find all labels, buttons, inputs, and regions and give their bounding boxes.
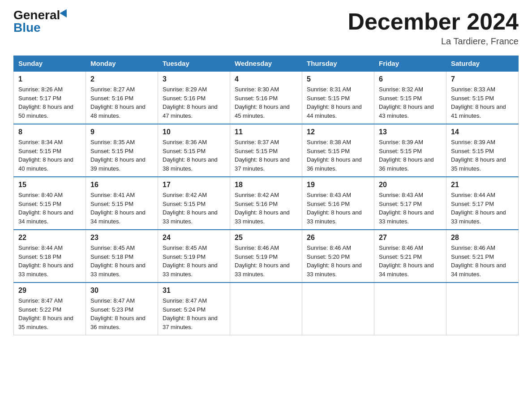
day-number: 11 bbox=[235, 128, 297, 136]
day-info: Sunrise: 8:47 AMSunset: 5:23 PMDaylight:… bbox=[90, 296, 153, 331]
day-info: Sunrise: 8:42 AMSunset: 5:15 PMDaylight:… bbox=[163, 191, 225, 226]
day-info: Sunrise: 8:31 AMSunset: 5:15 PMDaylight:… bbox=[307, 85, 369, 120]
calendar-cell: 1 Sunrise: 8:26 AMSunset: 5:17 PMDayligh… bbox=[14, 71, 86, 124]
day-number: 3 bbox=[163, 75, 225, 83]
day-number: 18 bbox=[235, 181, 297, 189]
calendar-cell: 8 Sunrise: 8:34 AMSunset: 5:15 PMDayligh… bbox=[14, 124, 86, 177]
calendar-week-row: 29 Sunrise: 8:47 AMSunset: 5:22 PMDaylig… bbox=[14, 283, 519, 335]
day-number: 5 bbox=[307, 75, 369, 83]
calendar-cell: 15 Sunrise: 8:40 AMSunset: 5:15 PMDaylig… bbox=[14, 177, 86, 230]
calendar-cell: 12 Sunrise: 8:38 AMSunset: 5:15 PMDaylig… bbox=[302, 124, 374, 177]
day-number: 4 bbox=[235, 75, 297, 83]
calendar-cell: 21 Sunrise: 8:44 AMSunset: 5:17 PMDaylig… bbox=[446, 177, 519, 230]
day-info: Sunrise: 8:36 AMSunset: 5:15 PMDaylight:… bbox=[163, 138, 225, 173]
day-info: Sunrise: 8:39 AMSunset: 5:15 PMDaylight:… bbox=[379, 138, 442, 173]
day-info: Sunrise: 8:46 AMSunset: 5:20 PMDaylight:… bbox=[307, 244, 369, 278]
day-number: 9 bbox=[90, 128, 153, 136]
calendar-cell: 7 Sunrise: 8:33 AMSunset: 5:15 PMDayligh… bbox=[446, 71, 519, 124]
day-number: 16 bbox=[90, 181, 153, 189]
day-info: Sunrise: 8:45 AMSunset: 5:18 PMDaylight:… bbox=[90, 244, 153, 278]
calendar-cell: 18 Sunrise: 8:42 AMSunset: 5:16 PMDaylig… bbox=[230, 177, 302, 230]
calendar-cell: 14 Sunrise: 8:39 AMSunset: 5:15 PMDaylig… bbox=[446, 124, 519, 177]
day-info: Sunrise: 8:45 AMSunset: 5:19 PMDaylight:… bbox=[163, 244, 225, 278]
day-number: 15 bbox=[18, 181, 81, 189]
day-number: 8 bbox=[18, 128, 81, 136]
calendar-cell: 4 Sunrise: 8:30 AMSunset: 5:16 PMDayligh… bbox=[230, 71, 302, 124]
day-info: Sunrise: 8:41 AMSunset: 5:15 PMDaylight:… bbox=[90, 191, 153, 226]
day-number: 31 bbox=[163, 287, 225, 295]
calendar-cell: 20 Sunrise: 8:43 AMSunset: 5:17 PMDaylig… bbox=[374, 177, 446, 230]
day-number: 26 bbox=[307, 234, 369, 242]
day-info: Sunrise: 8:27 AMSunset: 5:16 PMDaylight:… bbox=[90, 85, 153, 120]
day-number: 24 bbox=[163, 234, 225, 242]
calendar-cell bbox=[230, 283, 302, 335]
day-info: Sunrise: 8:46 AMSunset: 5:19 PMDaylight:… bbox=[235, 244, 297, 278]
calendar-header-row: SundayMondayTuesdayWednesdayThursdayFrid… bbox=[14, 56, 519, 72]
day-info: Sunrise: 8:38 AMSunset: 5:15 PMDaylight:… bbox=[307, 138, 369, 173]
header-thursday: Thursday bbox=[302, 56, 374, 72]
calendar-cell: 5 Sunrise: 8:31 AMSunset: 5:15 PMDayligh… bbox=[302, 71, 374, 124]
day-info: Sunrise: 8:39 AMSunset: 5:15 PMDaylight:… bbox=[451, 138, 514, 173]
day-number: 19 bbox=[307, 181, 369, 189]
day-info: Sunrise: 8:33 AMSunset: 5:15 PMDaylight:… bbox=[451, 85, 514, 120]
calendar-cell: 31 Sunrise: 8:47 AMSunset: 5:24 PMDaylig… bbox=[158, 283, 230, 335]
calendar-cell: 6 Sunrise: 8:32 AMSunset: 5:15 PMDayligh… bbox=[374, 71, 446, 124]
calendar-cell bbox=[374, 283, 446, 335]
day-info: Sunrise: 8:47 AMSunset: 5:24 PMDaylight:… bbox=[163, 296, 225, 331]
calendar-cell: 29 Sunrise: 8:47 AMSunset: 5:22 PMDaylig… bbox=[14, 283, 86, 335]
calendar-cell: 11 Sunrise: 8:37 AMSunset: 5:15 PMDaylig… bbox=[230, 124, 302, 177]
logo: General Blue bbox=[13, 9, 69, 34]
calendar-cell: 10 Sunrise: 8:36 AMSunset: 5:15 PMDaylig… bbox=[158, 124, 230, 177]
day-number: 25 bbox=[235, 234, 297, 242]
day-number: 27 bbox=[379, 234, 442, 242]
day-number: 14 bbox=[451, 128, 514, 136]
calendar-week-row: 22 Sunrise: 8:44 AMSunset: 5:18 PMDaylig… bbox=[14, 230, 519, 283]
header-wednesday: Wednesday bbox=[230, 56, 302, 72]
month-title: December 2024 bbox=[348, 9, 519, 34]
day-number: 10 bbox=[163, 128, 225, 136]
calendar-cell: 23 Sunrise: 8:45 AMSunset: 5:18 PMDaylig… bbox=[86, 230, 158, 283]
day-info: Sunrise: 8:44 AMSunset: 5:18 PMDaylight:… bbox=[18, 244, 81, 278]
calendar-cell: 28 Sunrise: 8:46 AMSunset: 5:21 PMDaylig… bbox=[446, 230, 519, 283]
calendar-cell: 3 Sunrise: 8:29 AMSunset: 5:16 PMDayligh… bbox=[158, 71, 230, 124]
calendar-week-row: 8 Sunrise: 8:34 AMSunset: 5:15 PMDayligh… bbox=[14, 124, 519, 177]
day-number: 28 bbox=[451, 234, 514, 242]
day-info: Sunrise: 8:47 AMSunset: 5:22 PMDaylight:… bbox=[18, 296, 81, 331]
calendar-cell: 9 Sunrise: 8:35 AMSunset: 5:15 PMDayligh… bbox=[86, 124, 158, 177]
day-number: 6 bbox=[379, 75, 442, 83]
calendar-week-row: 1 Sunrise: 8:26 AMSunset: 5:17 PMDayligh… bbox=[14, 71, 519, 124]
title-block: December 2024 La Tardiere, France bbox=[348, 9, 519, 47]
header-sunday: Sunday bbox=[14, 56, 86, 72]
day-number: 22 bbox=[18, 234, 81, 242]
day-number: 23 bbox=[90, 234, 153, 242]
day-number: 30 bbox=[90, 287, 153, 295]
day-number: 21 bbox=[451, 181, 514, 189]
calendar-cell: 17 Sunrise: 8:42 AMSunset: 5:15 PMDaylig… bbox=[158, 177, 230, 230]
day-info: Sunrise: 8:26 AMSunset: 5:17 PMDaylight:… bbox=[18, 85, 81, 120]
calendar-cell: 25 Sunrise: 8:46 AMSunset: 5:19 PMDaylig… bbox=[230, 230, 302, 283]
day-info: Sunrise: 8:35 AMSunset: 5:15 PMDaylight:… bbox=[90, 138, 153, 173]
day-info: Sunrise: 8:32 AMSunset: 5:15 PMDaylight:… bbox=[379, 85, 442, 120]
day-info: Sunrise: 8:29 AMSunset: 5:16 PMDaylight:… bbox=[163, 85, 225, 120]
day-info: Sunrise: 8:43 AMSunset: 5:17 PMDaylight:… bbox=[379, 191, 442, 226]
calendar-cell bbox=[302, 283, 374, 335]
day-info: Sunrise: 8:46 AMSunset: 5:21 PMDaylight:… bbox=[379, 244, 442, 278]
page-header: General Blue December 2024 La Tardiere, … bbox=[13, 9, 519, 47]
day-number: 17 bbox=[163, 181, 225, 189]
day-number: 12 bbox=[307, 128, 369, 136]
calendar-week-row: 15 Sunrise: 8:40 AMSunset: 5:15 PMDaylig… bbox=[14, 177, 519, 230]
day-number: 2 bbox=[90, 75, 153, 83]
day-info: Sunrise: 8:30 AMSunset: 5:16 PMDaylight:… bbox=[235, 85, 297, 120]
header-saturday: Saturday bbox=[446, 56, 519, 72]
calendar-cell: 19 Sunrise: 8:43 AMSunset: 5:16 PMDaylig… bbox=[302, 177, 374, 230]
logo-blue-text: Blue bbox=[13, 21, 41, 34]
calendar-cell: 24 Sunrise: 8:45 AMSunset: 5:19 PMDaylig… bbox=[158, 230, 230, 283]
calendar-table: SundayMondayTuesdayWednesdayThursdayFrid… bbox=[13, 56, 519, 335]
location: La Tardiere, France bbox=[348, 36, 519, 47]
day-info: Sunrise: 8:44 AMSunset: 5:17 PMDaylight:… bbox=[451, 191, 514, 226]
header-tuesday: Tuesday bbox=[158, 56, 230, 72]
calendar-cell: 16 Sunrise: 8:41 AMSunset: 5:15 PMDaylig… bbox=[86, 177, 158, 230]
day-info: Sunrise: 8:42 AMSunset: 5:16 PMDaylight:… bbox=[235, 191, 297, 226]
day-number: 13 bbox=[379, 128, 442, 136]
day-info: Sunrise: 8:46 AMSunset: 5:21 PMDaylight:… bbox=[451, 244, 514, 278]
